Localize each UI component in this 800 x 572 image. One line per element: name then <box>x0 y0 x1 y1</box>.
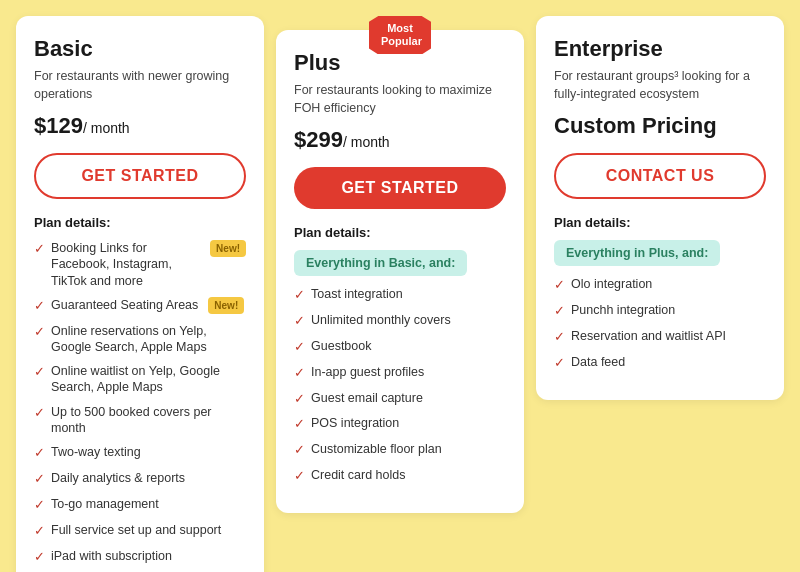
feature-item: ✓ iPad with subscription <box>34 548 246 566</box>
feature-text: Reservation and waitlist API <box>571 328 726 344</box>
feature-text: In-app guest profiles <box>311 364 424 380</box>
feature-text: Guestbook <box>311 338 371 354</box>
check-icon: ✓ <box>294 339 305 356</box>
feature-item: ✓ Booking Links for Facebook, Instagram,… <box>34 240 246 289</box>
feature-item: ✓ POS integration <box>294 415 506 433</box>
check-icon: ✓ <box>34 405 45 422</box>
feature-text: Daily analytics & reports <box>51 470 185 486</box>
feature-text: Olo integration <box>571 276 652 292</box>
feature-text: Full service set up and support <box>51 522 221 538</box>
feature-text: Online waitlist on Yelp, Google Search, … <box>51 363 246 396</box>
feature-item: ✓ Punchh integration <box>554 302 766 320</box>
check-icon: ✓ <box>34 549 45 566</box>
check-icon: ✓ <box>294 468 305 485</box>
check-icon: ✓ <box>34 298 45 315</box>
feature-text: Booking Links for Facebook, Instagram, T… <box>51 240 200 289</box>
everything-in-badge-enterprise: Everything in Plus, and: <box>554 240 720 266</box>
feature-text: Toast integration <box>311 286 403 302</box>
feature-item: ✓ Online reservations on Yelp, Google Se… <box>34 323 246 356</box>
feature-item: ✓ Toast integration <box>294 286 506 304</box>
feature-list-enterprise: ✓ Olo integration ✓ Punchh integration ✓… <box>554 276 766 372</box>
feature-item: ✓ Guaranteed Seating Areas New! <box>34 297 246 315</box>
feature-item: ✓ Up to 500 booked covers per month <box>34 404 246 437</box>
card-subtitle-enterprise: For restaurant groups³ looking for a ful… <box>554 68 766 103</box>
cta-button-basic[interactable]: GET STARTED <box>34 153 246 199</box>
check-icon: ✓ <box>34 324 45 341</box>
feature-item: ✓ Olo integration <box>554 276 766 294</box>
feature-text: iPad with subscription <box>51 548 172 564</box>
feature-item: ✓ To-go management <box>34 496 246 514</box>
feature-item: ✓ Daily analytics & reports <box>34 470 246 488</box>
check-icon: ✓ <box>34 445 45 462</box>
check-icon: ✓ <box>294 313 305 330</box>
check-icon: ✓ <box>294 416 305 433</box>
check-icon: ✓ <box>554 355 565 372</box>
feature-text: Guest email capture <box>311 390 423 406</box>
cta-button-plus[interactable]: GET STARTED <box>294 167 506 209</box>
check-icon: ✓ <box>294 391 305 408</box>
card-price-plus: $299/ month <box>294 127 506 153</box>
feature-text: Up to 500 booked covers per month <box>51 404 246 437</box>
feature-text: To-go management <box>51 496 159 512</box>
feature-item: ✓ Guest email capture <box>294 390 506 408</box>
feature-item: ✓ Data feed <box>554 354 766 372</box>
feature-item: ✓ Full service set up and support <box>34 522 246 540</box>
check-icon: ✓ <box>34 364 45 381</box>
feature-item: ✓ In-app guest profiles <box>294 364 506 382</box>
feature-badge: New! <box>210 240 246 257</box>
cta-button-enterprise[interactable]: CONTACT US <box>554 153 766 199</box>
most-popular-badge: MostPopular <box>369 16 431 54</box>
feature-text: Online reservations on Yelp, Google Sear… <box>51 323 246 356</box>
pricing-card-enterprise: EnterpriseFor restaurant groups³ looking… <box>536 16 784 400</box>
card-subtitle-basic: For restaurants with newer growing opera… <box>34 68 246 103</box>
feature-text: Credit card holds <box>311 467 406 483</box>
feature-item: ✓ Customizable floor plan <box>294 441 506 459</box>
check-icon: ✓ <box>554 303 565 320</box>
plan-details-label-plus: Plan details: <box>294 225 506 240</box>
feature-text: POS integration <box>311 415 399 431</box>
pricing-container: BasicFor restaurants with newer growing … <box>16 16 784 572</box>
card-title-basic: Basic <box>34 36 246 62</box>
card-price-enterprise: Custom Pricing <box>554 113 766 139</box>
check-icon: ✓ <box>294 365 305 382</box>
check-icon: ✓ <box>34 241 45 258</box>
check-icon: ✓ <box>294 287 305 304</box>
feature-item: ✓ Online waitlist on Yelp, Google Search… <box>34 363 246 396</box>
feature-text: Two-way texting <box>51 444 141 460</box>
everything-in-badge-plus: Everything in Basic, and: <box>294 250 467 276</box>
feature-item: ✓ Guestbook <box>294 338 506 356</box>
feature-badge: New! <box>208 297 244 314</box>
check-icon: ✓ <box>554 329 565 346</box>
feature-text: Unlimited monthly covers <box>311 312 451 328</box>
pricing-card-basic: BasicFor restaurants with newer growing … <box>16 16 264 572</box>
check-icon: ✓ <box>294 442 305 459</box>
feature-list-basic: ✓ Booking Links for Facebook, Instagram,… <box>34 240 246 566</box>
feature-text: Customizable floor plan <box>311 441 442 457</box>
feature-item: ✓ Unlimited monthly covers <box>294 312 506 330</box>
feature-text: Punchh integration <box>571 302 675 318</box>
check-icon: ✓ <box>34 471 45 488</box>
check-icon: ✓ <box>554 277 565 294</box>
feature-item: ✓ Credit card holds <box>294 467 506 485</box>
plan-details-label-basic: Plan details: <box>34 215 246 230</box>
feature-list-plus: ✓ Toast integration ✓ Unlimited monthly … <box>294 286 506 485</box>
card-title-enterprise: Enterprise <box>554 36 766 62</box>
check-icon: ✓ <box>34 523 45 540</box>
feature-text: Guaranteed Seating Areas <box>51 297 198 313</box>
check-icon: ✓ <box>34 497 45 514</box>
feature-text: Data feed <box>571 354 625 370</box>
card-price-basic: $129/ month <box>34 113 246 139</box>
feature-item: ✓ Reservation and waitlist API <box>554 328 766 346</box>
plan-details-label-enterprise: Plan details: <box>554 215 766 230</box>
card-subtitle-plus: For restaurants looking to maximize FOH … <box>294 82 506 117</box>
feature-item: ✓ Two-way texting <box>34 444 246 462</box>
pricing-card-plus: MostPopularPlusFor restaurants looking t… <box>276 30 524 513</box>
